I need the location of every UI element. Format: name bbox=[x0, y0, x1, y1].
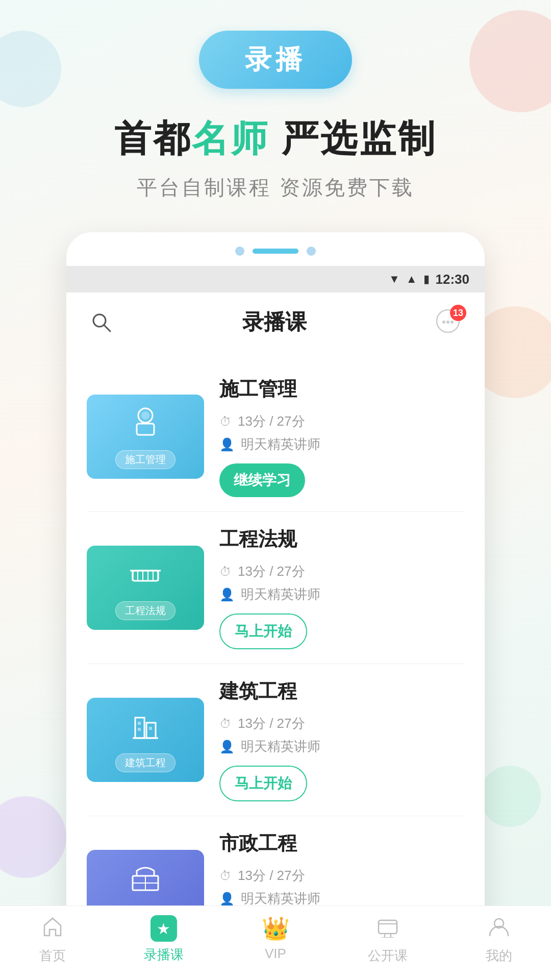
app-header: 录播课 13 bbox=[66, 292, 485, 352]
battery-icon: ▮ bbox=[423, 273, 430, 286]
headline-rest: 严选监制 bbox=[269, 118, 437, 159]
teacher-text-3: 明天精英讲师 bbox=[241, 738, 320, 755]
headline-highlight: 名师 bbox=[192, 118, 269, 159]
duration-text-1: 13分 / 27分 bbox=[238, 412, 305, 430]
nav-item-home[interactable]: 首页 bbox=[39, 915, 66, 965]
teacher-text-4: 明天精英讲师 bbox=[241, 890, 320, 908]
lubo-nav-label: 录播课 bbox=[144, 946, 184, 964]
svg-point-8 bbox=[141, 411, 149, 420]
phone-mockup: ▼ ▲ ▮ 12:30 录播课 13 bbox=[66, 232, 485, 978]
wifi-icon: ▼ bbox=[389, 273, 400, 286]
duration-text-2: 13分 / 27分 bbox=[238, 562, 305, 580]
course-name-4: 市政工程 bbox=[219, 830, 464, 856]
course-duration-2: ⏱ 13分 / 27分 bbox=[219, 562, 464, 580]
mine-icon bbox=[488, 915, 510, 943]
clock-icon-1: ⏱ bbox=[219, 414, 232, 429]
course-teacher-1: 👤 明天精英讲师 bbox=[219, 435, 464, 453]
headline: 首都名师 严选监制 bbox=[114, 114, 437, 163]
course-item-3[interactable]: 建筑工程 建筑工程 ⏱ 13分 / 27分 👤 明天精英讲师 马上开始 bbox=[87, 664, 464, 816]
svg-point-4 bbox=[446, 321, 449, 324]
course-teacher-3: 👤 明天精英讲师 bbox=[219, 738, 464, 755]
mine-label: 我的 bbox=[486, 947, 512, 965]
course-teacher-2: 👤 明天精英讲师 bbox=[219, 585, 464, 603]
gonggke-icon bbox=[377, 915, 399, 943]
thumb-label-3: 建筑工程 bbox=[115, 753, 176, 772]
svg-rect-18 bbox=[146, 723, 156, 738]
teacher-text-1: 明天精英讲师 bbox=[241, 435, 320, 453]
course-duration-1: ⏱ 13分 / 27分 bbox=[219, 412, 464, 430]
thumb-icon-2 bbox=[128, 555, 163, 597]
clock-icon-4: ⏱ bbox=[219, 869, 232, 883]
course-thumb-2: 工程法规 bbox=[87, 546, 204, 630]
svg-rect-21 bbox=[138, 728, 141, 731]
course-item-1[interactable]: 施工管理 施工管理 ⏱ 13分 / 27分 👤 明天精英讲师 继续学习 bbox=[87, 362, 464, 512]
svg-rect-26 bbox=[379, 920, 397, 934]
nav-item-mine[interactable]: 我的 bbox=[486, 915, 512, 965]
subtitle: 平台自制课程 资源免费下载 bbox=[137, 174, 414, 202]
person-icon-3: 👤 bbox=[219, 740, 235, 754]
vip-crown-icon: 👑 bbox=[262, 915, 290, 942]
course-teacher-4: 👤 明天精英讲师 bbox=[219, 890, 464, 908]
thumb-icon-1 bbox=[128, 404, 163, 446]
thumb-icon-4 bbox=[128, 860, 163, 901]
svg-point-5 bbox=[450, 321, 454, 324]
duration-text-3: 13分 / 27分 bbox=[238, 715, 305, 732]
action-btn-2[interactable]: 马上开始 bbox=[219, 614, 307, 649]
course-name-2: 工程法规 bbox=[219, 526, 464, 552]
svg-rect-22 bbox=[149, 727, 152, 730]
course-info-1: 施工管理 ⏱ 13分 / 27分 👤 明天精英讲师 继续学习 bbox=[219, 376, 464, 497]
search-button[interactable] bbox=[87, 308, 115, 336]
course-list: 施工管理 施工管理 ⏱ 13分 / 27分 👤 明天精英讲师 继续学习 工程法规… bbox=[66, 352, 485, 978]
course-duration-4: ⏱ 13分 / 27分 bbox=[219, 867, 464, 885]
lubo-button[interactable]: 录播 bbox=[199, 31, 352, 89]
bg-decoration-4 bbox=[480, 766, 541, 827]
nav-item-lubo[interactable]: ★ 录播课 bbox=[144, 915, 184, 965]
signal-icon: ▲ bbox=[406, 273, 417, 286]
action-btn-3[interactable]: 马上开始 bbox=[219, 766, 307, 801]
dot-2 bbox=[307, 247, 316, 256]
svg-point-3 bbox=[442, 321, 445, 324]
status-bar: ▼ ▲ ▮ 12:30 bbox=[66, 266, 485, 292]
action-btn-1[interactable]: 继续学习 bbox=[219, 463, 305, 497]
headline-text: 首都 bbox=[114, 118, 192, 159]
home-icon bbox=[41, 915, 64, 943]
vip-label: VIP bbox=[265, 946, 286, 962]
clock-icon-2: ⏱ bbox=[219, 565, 232, 579]
svg-rect-9 bbox=[133, 571, 158, 581]
svg-rect-7 bbox=[137, 424, 154, 435]
clock-icon-3: ⏱ bbox=[219, 717, 232, 731]
lubo-nav-icon: ★ bbox=[151, 915, 177, 942]
nav-item-gonggke[interactable]: 公开课 bbox=[368, 915, 408, 965]
teacher-text-2: 明天精英讲师 bbox=[241, 585, 320, 603]
bg-decoration-5 bbox=[0, 796, 66, 878]
person-icon-1: 👤 bbox=[219, 437, 235, 452]
gonggke-label: 公开课 bbox=[368, 947, 408, 965]
status-time: 12:30 bbox=[436, 272, 470, 287]
course-info-2: 工程法规 ⏱ 13分 / 27分 👤 明天精英讲师 马上开始 bbox=[219, 526, 464, 649]
person-icon-4: 👤 bbox=[219, 892, 235, 906]
message-badge: 13 bbox=[450, 305, 466, 321]
thumb-label-2: 工程法规 bbox=[115, 601, 176, 620]
nav-item-vip[interactable]: 👑 VIP bbox=[262, 915, 290, 965]
course-duration-3: ⏱ 13分 / 27分 bbox=[219, 715, 464, 732]
svg-line-1 bbox=[104, 325, 110, 331]
dot-line bbox=[253, 249, 298, 254]
thumb-icon-3 bbox=[128, 707, 163, 749]
dot-1 bbox=[235, 247, 244, 256]
home-label: 首页 bbox=[39, 947, 66, 965]
course-thumb-1: 施工管理 bbox=[87, 395, 204, 479]
course-name-3: 建筑工程 bbox=[219, 678, 464, 704]
dots-indicator bbox=[66, 232, 485, 266]
duration-text-4: 13分 / 27分 bbox=[238, 867, 305, 885]
course-info-3: 建筑工程 ⏱ 13分 / 27分 👤 明天精英讲师 马上开始 bbox=[219, 678, 464, 801]
person-icon-2: 👤 bbox=[219, 587, 235, 602]
app-title: 录播课 bbox=[242, 308, 307, 336]
message-button[interactable]: 13 bbox=[434, 307, 464, 337]
thumb-label-1: 施工管理 bbox=[115, 450, 176, 469]
bottom-nav: 首页 ★ 录播课 👑 VIP 公开课 我的 bbox=[0, 905, 551, 980]
header-section: 录播 首都名师 严选监制 平台自制课程 资源免费下载 bbox=[0, 0, 551, 232]
course-thumb-3: 建筑工程 bbox=[87, 698, 204, 782]
course-item-2[interactable]: 工程法规 工程法规 ⏱ 13分 / 27分 👤 明天精英讲师 马上开始 bbox=[87, 512, 464, 664]
course-name-1: 施工管理 bbox=[219, 376, 464, 402]
svg-rect-20 bbox=[138, 722, 141, 725]
